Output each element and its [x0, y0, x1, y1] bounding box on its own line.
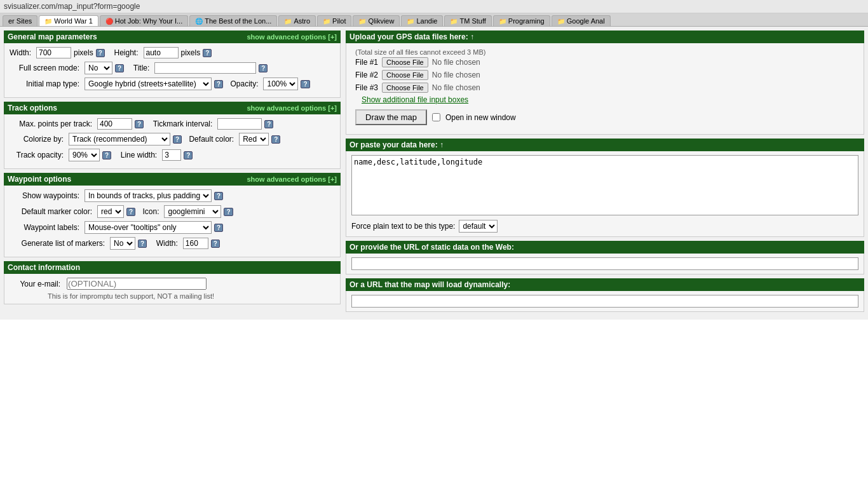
line-width-input[interactable] [162, 149, 181, 161]
static-data-title: Or provide the URL of static data on the… [349, 243, 514, 252]
fullscreen-row: Full screen mode: No Yes ? Title: ? [10, 62, 335, 74]
dynamic-url-body [346, 291, 864, 312]
file3-no-file: No file chosen [432, 83, 480, 92]
waypoint-labels-help-btn[interactable]: ? [214, 224, 223, 232]
tab-tm-stuff[interactable]: 📁 TM Stuff [444, 15, 491, 26]
upload-header: Upload your GPS data files here: ↑ [346, 30, 864, 43]
gen-list-row: Generate list of markers: No ? Width: ? [10, 237, 335, 250]
tab-bar: er Sites 📁 World War 1 🔴 Hot Job: Why Yo… [0, 13, 868, 27]
paste-textarea[interactable]: name,desc,latitude,longitude [351, 155, 858, 215]
waypoint-options-section: Waypoint options show advanced options [… [4, 173, 341, 257]
pixels2-label: pixels [181, 48, 201, 57]
open-new-window-checkbox[interactable] [432, 113, 440, 121]
colorize-help-btn[interactable]: ? [173, 135, 182, 144]
tab-astro[interactable]: 📁 Astro [278, 15, 316, 26]
folder-icon: 📁 [284, 18, 292, 25]
email-input[interactable] [67, 278, 207, 290]
tab-programing[interactable]: 📁 Programing [493, 15, 550, 26]
dynamic-url-title: Or a URL that the map will load dynamica… [349, 280, 510, 289]
fullscreen-select[interactable]: No Yes [85, 62, 112, 74]
default-color-help-btn[interactable]: ? [271, 135, 280, 144]
fullscreen-help-btn[interactable]: ? [115, 64, 124, 72]
tab-pilot[interactable]: 📁 Pilot [317, 15, 351, 26]
tab-label: Hot Job: Why Your I... [115, 17, 182, 25]
maptype-help-btn[interactable]: ? [214, 80, 223, 88]
show-more-files-link[interactable]: Show additional file input boxes [362, 95, 468, 104]
height-help-btn[interactable]: ? [203, 49, 212, 57]
title-input[interactable] [154, 62, 256, 74]
tickmark-input[interactable] [217, 118, 262, 130]
marker-color-row: Default marker color: red ? Icon: google… [10, 205, 335, 218]
track-options-body: Max. points per track: ? Tickmark interv… [4, 114, 341, 169]
paste-body: name,desc,latitude,longitude Force plain… [346, 151, 864, 237]
tickmark-help-btn[interactable]: ? [264, 120, 273, 128]
fullscreen-label: Full screen mode: [10, 64, 79, 72]
max-points-help-btn[interactable]: ? [135, 120, 144, 128]
colorize-select[interactable]: Track (recommended) [69, 133, 170, 146]
height-input[interactable] [144, 47, 179, 58]
tab-hot-job[interactable]: 🔴 Hot Job: Why Your I... [100, 15, 188, 26]
file2-choose-btn[interactable]: Choose File [382, 70, 428, 80]
marker-color-label: Default marker color: [10, 207, 92, 216]
show-waypoints-select[interactable]: In bounds of tracks, plus padding [85, 189, 212, 202]
line-width-help-btn[interactable]: ? [184, 151, 193, 159]
tab-qlikview[interactable]: 📁 Qlikview [353, 15, 400, 26]
file2-row: File #2 Choose File No file chosen [355, 70, 858, 80]
colorize-row: Colorize by: Track (recommended) ? Defau… [10, 133, 335, 146]
browser-url: svisualizer.com/map_input?form=google [0, 0, 868, 13]
track-advanced-link[interactable]: show advanced options [+] [247, 104, 337, 112]
max-points-row: Max. points per track: ? Tickmark interv… [10, 118, 335, 130]
title-help-btn[interactable]: ? [259, 64, 268, 72]
waypoint-labels-select[interactable]: Mouse-over "tooltips" only [85, 221, 212, 234]
marker-color-select[interactable]: red [97, 205, 124, 218]
folder-icon: 📁 [358, 18, 366, 25]
general-map-advanced-link[interactable]: show advanced options [+] [247, 33, 337, 41]
colorize-label: Colorize by: [10, 135, 64, 144]
file1-choose-btn[interactable]: Choose File [382, 57, 428, 67]
width-help-btn[interactable]: ? [96, 49, 105, 57]
wp-width-input[interactable] [183, 238, 208, 249]
height-label: Height: [114, 48, 138, 57]
force-type-select[interactable]: default [459, 220, 498, 233]
pixels-label: pixels [74, 48, 93, 57]
folder-icon: 📁 [557, 18, 565, 25]
tab-world-war-1[interactable]: 📁 World War 1 [39, 15, 98, 26]
track-opacity-row: Track opacity: 90% ? Line width: ? [10, 149, 335, 161]
wp-width-help-btn[interactable]: ? [211, 240, 220, 248]
folder-icon: 📁 [323, 18, 330, 25]
tab-label: World War 1 [54, 17, 93, 25]
waypoint-advanced-link[interactable]: show advanced options [+] [247, 175, 337, 183]
icon-select[interactable]: googlemini [164, 205, 221, 218]
maptype-select[interactable]: Google hybrid (streets+satellite) [85, 78, 212, 90]
static-data-url-input[interactable] [351, 257, 858, 270]
tab-google-anal[interactable]: 📁 Google Anal [552, 15, 611, 26]
title-label: Title: [133, 64, 150, 72]
tab-landie[interactable]: 📁 Landie [401, 15, 443, 26]
track-opacity-select[interactable]: 90% [69, 149, 100, 161]
file3-label: File #3 [355, 83, 378, 92]
waypoint-labels-label: Waypoint labels: [10, 223, 79, 232]
tab-label: Google Anal [567, 17, 605, 25]
tab-label: Programing [508, 17, 545, 25]
gen-list-select[interactable]: No [110, 237, 135, 250]
tab-best-lon[interactable]: 🌐 The Best of the Lon... [189, 15, 277, 26]
max-points-input[interactable] [97, 118, 132, 130]
dynamic-url-input[interactable] [351, 295, 858, 308]
opacity-select[interactable]: 100% [263, 78, 298, 90]
width-row: Width: pixels ? Height: pixels ? [10, 47, 335, 58]
tab-er-sites[interactable]: er Sites [3, 15, 37, 26]
maptype-row: Initial map type: Google hybrid (streets… [10, 78, 335, 90]
marker-color-help-btn[interactable]: ? [126, 208, 135, 216]
show-waypoints-help-btn[interactable]: ? [214, 192, 223, 200]
width-input[interactable] [36, 47, 71, 58]
gen-list-help-btn[interactable]: ? [138, 240, 147, 248]
file1-no-file: No file chosen [432, 58, 480, 67]
wp-width-label: Width: [156, 239, 178, 248]
default-color-select[interactable]: Red [239, 133, 269, 146]
red-icon: 🔴 [105, 18, 113, 25]
file3-choose-btn[interactable]: Choose File [382, 83, 428, 93]
draw-map-btn[interactable]: Draw the map [355, 109, 427, 125]
track-opacity-help-btn[interactable]: ? [102, 151, 111, 159]
icon-help-btn[interactable]: ? [224, 208, 233, 216]
opacity-help-btn[interactable]: ? [301, 80, 309, 88]
